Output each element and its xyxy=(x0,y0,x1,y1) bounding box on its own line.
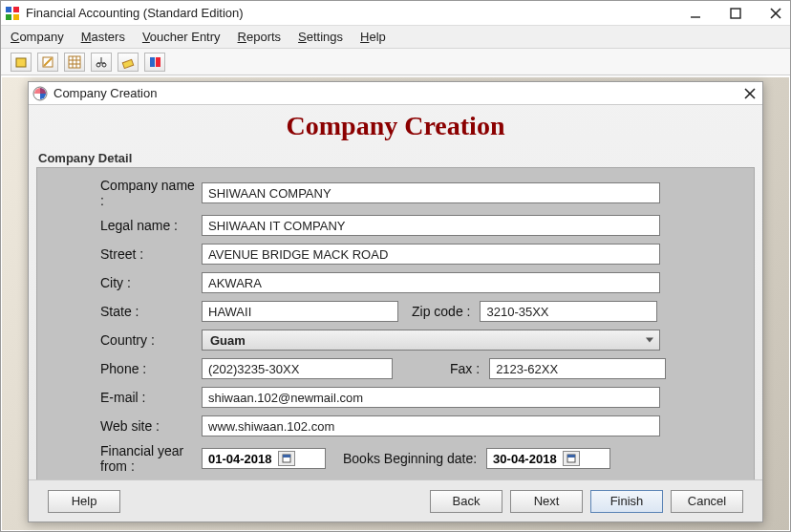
svg-rect-22 xyxy=(156,57,160,67)
label-website: Web site : xyxy=(49,418,202,434)
menu-settings[interactable]: Settings xyxy=(298,30,343,44)
label-financial-year-from: Financial year from : xyxy=(49,443,202,474)
books-beginning-field[interactable]: 30-04-2018 xyxy=(486,448,610,469)
dialog-title: Company Creation xyxy=(53,86,743,100)
label-city: City : xyxy=(49,275,202,290)
toolbar-btn-2[interactable] xyxy=(37,53,58,72)
svg-rect-20 xyxy=(122,59,133,68)
back-button[interactable]: Back xyxy=(430,490,502,513)
country-select[interactable]: Guam xyxy=(202,330,660,351)
menubar: Company Masters Voucher Entry Reports Se… xyxy=(1,26,790,49)
toolbar-btn-1[interactable] xyxy=(11,53,32,72)
svg-rect-1 xyxy=(13,7,19,12)
label-street: Street : xyxy=(49,246,202,262)
svg-point-18 xyxy=(96,63,100,67)
toolbar-btn-6[interactable] xyxy=(144,53,165,72)
legal-name-field[interactable] xyxy=(202,215,660,236)
financial-year-from-field[interactable]: 01-04-2018 xyxy=(202,448,326,469)
zip-field[interactable] xyxy=(480,301,657,322)
dialog-icon xyxy=(32,86,48,101)
label-email: E-mail : xyxy=(49,390,202,405)
main-titlebar: Financial Accounting (Standard Edition) xyxy=(1,1,790,26)
menu-reports[interactable]: Reports xyxy=(238,30,282,44)
dialog-close-button[interactable] xyxy=(743,87,757,100)
toolbar-btn-5[interactable] xyxy=(118,53,139,72)
svg-rect-29 xyxy=(567,455,575,458)
main-window-title: Financial Accounting (Standard Edition) xyxy=(26,6,687,20)
maximize-button[interactable] xyxy=(727,5,744,22)
close-button[interactable] xyxy=(767,5,784,22)
svg-rect-21 xyxy=(150,57,155,67)
svg-rect-5 xyxy=(731,9,740,18)
help-button[interactable]: Help xyxy=(48,490,120,513)
dialog-heading: Company Creation xyxy=(29,105,762,149)
financial-year-from-value: 01-04-2018 xyxy=(208,452,272,466)
menu-masters[interactable]: Masters xyxy=(81,30,125,44)
cancel-button[interactable]: Cancel xyxy=(671,490,743,513)
phone-field[interactable] xyxy=(202,358,393,379)
company-creation-dialog: Company Creation Company Creation Compan… xyxy=(28,81,763,522)
toolbar xyxy=(1,49,790,75)
city-field[interactable] xyxy=(202,272,660,293)
app-icon xyxy=(5,6,20,21)
toolbar-btn-4[interactable] xyxy=(91,53,112,72)
svg-rect-11 xyxy=(69,56,80,68)
label-legal-name: Legal name : xyxy=(49,218,202,233)
svg-rect-3 xyxy=(13,14,19,20)
website-field[interactable] xyxy=(202,415,660,436)
finish-button[interactable]: Finish xyxy=(590,490,663,513)
email-field[interactable] xyxy=(202,387,660,408)
fax-field[interactable] xyxy=(489,358,666,379)
label-state: State : xyxy=(49,304,202,319)
next-button[interactable]: Next xyxy=(510,490,583,513)
dialog-footer: Help Back Next Finish Cancel xyxy=(29,479,762,521)
menu-company[interactable]: Company xyxy=(11,30,64,44)
country-select-value: Guam xyxy=(210,333,246,348)
svg-rect-2 xyxy=(6,14,11,20)
svg-rect-27 xyxy=(283,455,290,458)
company-detail-form: Company name : Legal name : Street : Cit… xyxy=(36,167,755,519)
menu-help[interactable]: Help xyxy=(360,30,386,44)
label-country: Country : xyxy=(49,332,202,348)
calendar-icon[interactable] xyxy=(278,451,295,466)
label-books-beginning: Books Beginning date: xyxy=(343,451,477,466)
toolbar-btn-3[interactable] xyxy=(64,53,85,72)
window-controls xyxy=(687,5,784,22)
street-field[interactable] xyxy=(202,244,660,265)
company-name-field[interactable] xyxy=(202,182,660,203)
dialog-titlebar: Company Creation xyxy=(29,82,762,105)
label-zip: Zip code : xyxy=(412,304,470,319)
label-fax: Fax : xyxy=(450,361,480,376)
minimize-button[interactable] xyxy=(687,5,704,22)
svg-point-19 xyxy=(102,63,106,67)
group-company-detail-label: Company Detail xyxy=(29,149,762,167)
label-phone: Phone : xyxy=(49,361,202,376)
label-company-name: Company name : xyxy=(49,178,202,208)
state-field[interactable] xyxy=(202,301,398,322)
menu-voucher-entry[interactable]: Voucher Entry xyxy=(142,30,221,44)
books-beginning-value: 30-04-2018 xyxy=(493,452,557,466)
svg-rect-0 xyxy=(6,7,11,12)
main-window: Financial Accounting (Standard Edition) … xyxy=(0,0,791,532)
svg-rect-8 xyxy=(16,58,26,67)
calendar-icon[interactable] xyxy=(563,451,580,466)
